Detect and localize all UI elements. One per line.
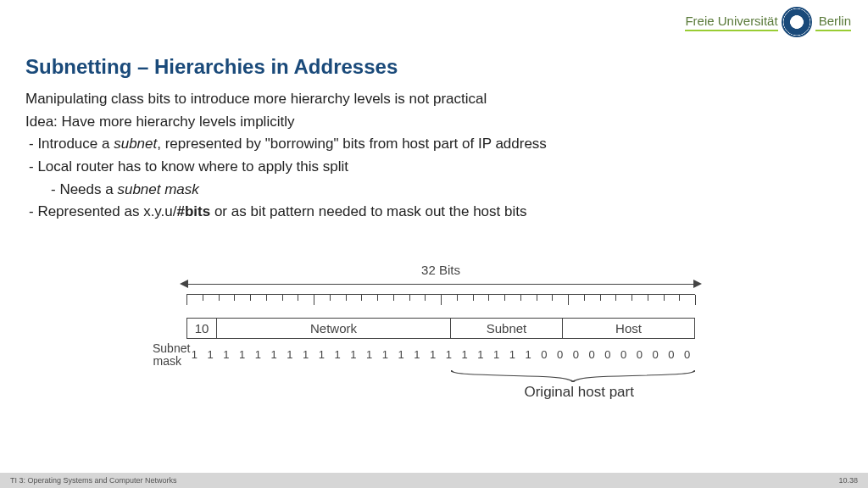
mask-bit: 0 bbox=[615, 348, 632, 361]
mask-bit: 1 bbox=[266, 348, 282, 361]
ruler-tick bbox=[441, 295, 442, 305]
ruler-tick bbox=[282, 295, 283, 301]
uni-right: Berlin bbox=[819, 14, 851, 28]
mask-bit: 0 bbox=[679, 348, 695, 361]
bullet-3-bold: #bits bbox=[177, 203, 211, 219]
mask-bit: 1 bbox=[234, 348, 250, 361]
mask-bit: 1 bbox=[488, 348, 504, 361]
ruler-tick bbox=[504, 295, 505, 301]
address-boxes: 10 Network Subnet Host bbox=[186, 318, 695, 339]
ruler-tick bbox=[584, 295, 585, 301]
paragraph-1: Manipulating class bits to introduce mor… bbox=[25, 89, 843, 110]
ruler-tick bbox=[648, 295, 648, 301]
address-boxes-row: 10 Network Subnet Host bbox=[153, 318, 729, 339]
ruler-tick bbox=[203, 295, 203, 301]
mask-bit: 1 bbox=[186, 348, 203, 361]
mask-bit: 1 bbox=[504, 348, 520, 361]
university-city: Berlin bbox=[815, 14, 851, 31]
ruler-tick bbox=[377, 295, 378, 301]
mask-bit: 1 bbox=[330, 348, 346, 361]
bullet-3-post: or as bit pattern needed to mask out the… bbox=[210, 203, 526, 219]
mask-bit: 0 bbox=[600, 348, 616, 361]
slide-content: Manipulating class bits to introduce mor… bbox=[25, 89, 843, 225]
ruler-tick bbox=[346, 295, 347, 301]
bullet-2a-pre: Needs a bbox=[59, 181, 117, 197]
box-subnet: Subnet bbox=[451, 318, 563, 339]
ruler-tick bbox=[615, 295, 616, 301]
mask-bit: 0 bbox=[648, 348, 664, 361]
mask-bit: 1 bbox=[219, 348, 235, 361]
ruler-tick bbox=[314, 295, 314, 305]
mask-bit: 1 bbox=[425, 348, 441, 361]
arrow-line bbox=[186, 284, 695, 285]
uni-left: Freie Universität bbox=[685, 14, 777, 28]
mask-bit: 1 bbox=[346, 348, 362, 361]
ruler-tick bbox=[695, 295, 696, 305]
ruler-tick bbox=[330, 295, 331, 301]
bullet-1-em: subnet bbox=[114, 136, 157, 152]
bullet-1: Introduce a subnet, represented by "borr… bbox=[25, 134, 843, 155]
bullet-2a: Needs a subnet mask bbox=[25, 180, 843, 201]
university-seal-icon bbox=[782, 7, 812, 37]
ruler-tick bbox=[600, 295, 601, 301]
slide-title: Subnetting – Hierarchies in Addresses bbox=[25, 55, 398, 79]
mask-bit: 0 bbox=[664, 348, 680, 361]
footer-left: TI 3: Operating Systems and Computer Net… bbox=[10, 476, 177, 485]
ruler-tick bbox=[488, 295, 489, 301]
bullet-1-pre: Introduce a bbox=[37, 136, 114, 152]
ruler-tick bbox=[393, 295, 394, 301]
bits-width-label: 32 Bits bbox=[153, 263, 729, 277]
header-logo: Freie Universität Berlin bbox=[685, 7, 851, 37]
paragraph-2: Idea: Have more hierarchy levels implici… bbox=[25, 112, 843, 133]
ruler-tick bbox=[409, 295, 410, 301]
footer-right: 10.38 bbox=[838, 476, 858, 485]
ruler-tick bbox=[186, 295, 187, 305]
ruler-tick bbox=[568, 295, 569, 305]
mask-bit: 1 bbox=[457, 348, 473, 361]
mask-bit: 1 bbox=[314, 348, 330, 361]
mask-label: Subnet mask bbox=[153, 342, 186, 367]
mask-bit: 0 bbox=[537, 348, 553, 361]
box-class-bits: 10 bbox=[186, 318, 217, 339]
bullet-2a-em: subnet mask bbox=[117, 181, 198, 197]
mask-bit: 0 bbox=[552, 348, 568, 361]
mask-bit: 1 bbox=[298, 348, 314, 361]
mask-bit: 0 bbox=[584, 348, 600, 361]
university-name: Freie Universität bbox=[685, 14, 777, 31]
box-host: Host bbox=[563, 318, 695, 339]
ruler-tick bbox=[219, 295, 220, 301]
bit-ruler bbox=[186, 294, 695, 306]
mask-bit: 1 bbox=[441, 348, 457, 361]
mask-bit: 1 bbox=[282, 348, 298, 361]
ruler-tick bbox=[520, 295, 521, 301]
bullet-3: Represented as x.y.u/#bits or as bit pat… bbox=[25, 202, 843, 223]
mask-bit: 1 bbox=[361, 348, 377, 361]
mask-bit: 1 bbox=[377, 348, 393, 361]
ruler-tick bbox=[664, 295, 665, 301]
subnet-diagram: 32 Bits 10 Network Subnet Host Subnet ma… bbox=[153, 263, 729, 401]
mask-bits: 11111111111111111111110000000000 bbox=[186, 348, 695, 361]
original-host-label: Original host part bbox=[429, 384, 729, 401]
mask-bit: 1 bbox=[393, 348, 409, 361]
ruler-tick bbox=[234, 295, 235, 301]
mask-bit: 1 bbox=[520, 348, 537, 361]
mask-bit: 1 bbox=[250, 348, 266, 361]
mask-bit: 1 bbox=[409, 348, 426, 361]
mask-row: Subnet mask 1111111111111111111111000000… bbox=[153, 342, 729, 367]
ruler-tick bbox=[457, 295, 458, 301]
ruler-tick bbox=[632, 295, 632, 301]
ruler-tick bbox=[425, 295, 426, 301]
ruler-tick bbox=[473, 295, 474, 301]
ruler-tick bbox=[250, 295, 251, 301]
mask-bit: 1 bbox=[473, 348, 489, 361]
mask-bit: 0 bbox=[632, 348, 648, 361]
ruler-tick bbox=[552, 295, 553, 301]
mask-bit: 1 bbox=[203, 348, 219, 361]
ruler-tick bbox=[361, 295, 362, 301]
box-network: Network bbox=[217, 318, 451, 339]
bullet-1-post: , represented by "borrowing" bits from h… bbox=[157, 136, 547, 152]
ruler-tick bbox=[266, 295, 267, 301]
bullet-3-pre: Represented as x.y.u/ bbox=[37, 203, 176, 219]
brace-icon bbox=[451, 370, 695, 382]
ruler-tick bbox=[298, 295, 298, 301]
